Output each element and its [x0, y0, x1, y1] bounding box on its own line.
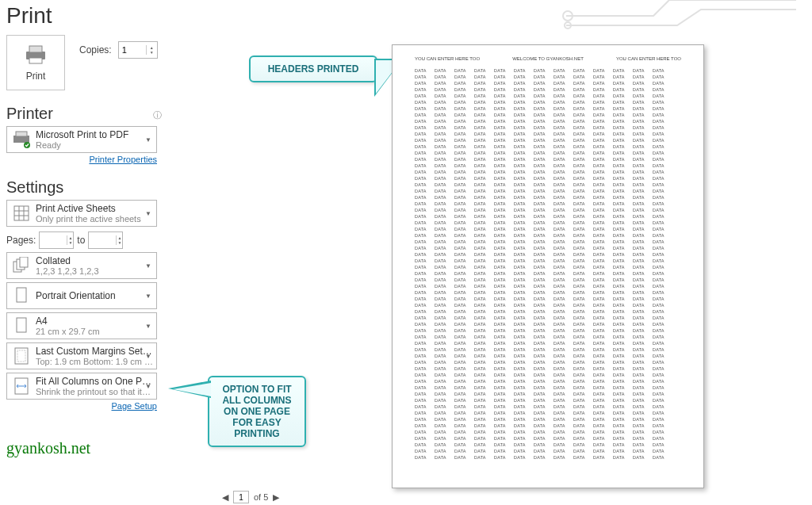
- copies-stepper[interactable]: ▲▼: [118, 41, 158, 59]
- spinner-arrows-icon[interactable]: ▲▼: [146, 45, 157, 55]
- printer-glyph-icon: [24, 44, 48, 67]
- chevron-down-icon: ▼: [145, 262, 151, 270]
- page-navigator: ◀ of 5 ▶: [222, 491, 279, 503]
- print-button[interactable]: Print: [6, 35, 65, 90]
- page-setup-link[interactable]: Page Setup: [6, 401, 157, 411]
- printer-info-icon[interactable]: ⓘ: [153, 109, 162, 121]
- paper-sub: 21 cm x 29.7 cm: [36, 327, 100, 336]
- print-what-sub: Only print the active sheets: [36, 214, 141, 224]
- pages-label: Pages:: [6, 235, 36, 246]
- printer-ready-icon: [10, 128, 33, 151]
- collate-icon: [10, 254, 33, 277]
- svg-rect-17: [17, 318, 26, 332]
- preview-data-grid: DATADATADATADATADATADATADATADATADATADATA…: [415, 67, 681, 461]
- print-what-select[interactable]: Print Active Sheets Only print the activ…: [6, 200, 157, 227]
- spinner-arrows-icon[interactable]: ▲▼: [116, 235, 122, 245]
- page-title: Print: [6, 3, 165, 29]
- printer-select[interactable]: Microsoft Print to PDF Ready ▼: [6, 126, 157, 153]
- svg-rect-15: [20, 257, 28, 267]
- pages-from-stepper[interactable]: ▲▼: [39, 231, 74, 249]
- print-preview-page: YOU CAN ENTER HERE TOO WELCOME TO GYANKO…: [392, 44, 704, 488]
- prev-page-icon[interactable]: ◀: [222, 492, 228, 503]
- pages-to-label: to: [77, 235, 85, 246]
- svg-rect-3: [29, 46, 42, 52]
- callout-fit-tail: [168, 381, 211, 398]
- orientation-title: Portrait Orientation: [36, 290, 116, 301]
- decorative-tracks: [558, 0, 812, 40]
- spinner-arrows-icon[interactable]: ▲▼: [67, 235, 73, 245]
- margins-title: Last Custom Margins Setting: [36, 346, 153, 357]
- margins-icon: [10, 345, 33, 367]
- orientation-select[interactable]: Portrait Orientation ▼: [6, 282, 157, 309]
- svg-rect-16: [17, 288, 26, 302]
- printer-name: Microsoft Print to PDF: [36, 129, 128, 140]
- fit-columns-icon: [10, 375, 33, 397]
- printer-properties-link[interactable]: Printer Properties: [6, 155, 157, 164]
- paper-icon: [10, 315, 33, 337]
- printer-heading: Printer: [6, 105, 165, 123]
- settings-heading: Settings: [6, 178, 165, 197]
- paper-title: A4: [36, 316, 100, 327]
- of-label: of 5: [254, 492, 268, 502]
- scaling-select[interactable]: Fit All Columns on One Page Shrink the p…: [6, 373, 157, 400]
- chevron-down-icon: ▼: [145, 210, 151, 217]
- paper-size-select[interactable]: A4 21 cm x 29.7 cm ▼: [6, 312, 157, 339]
- watermark-text: gyankosh.net: [6, 439, 165, 457]
- chevron-down-icon: ▼: [145, 383, 151, 390]
- callout-fit: OPTION TO FIT ALL COLUMNS ON ONE PAGE FO…: [208, 376, 306, 447]
- pages-to-stepper[interactable]: ▲▼: [88, 231, 123, 249]
- chevron-down-icon: ▼: [145, 323, 151, 330]
- collate-select[interactable]: Collated 1,2,3 1,2,3 1,2,3 ▼: [6, 252, 157, 279]
- preview-header-center: WELCOME TO GYANKOSH.NET: [512, 56, 584, 61]
- chevron-down-icon: ▼: [145, 293, 151, 300]
- print-what-title: Print Active Sheets: [36, 203, 141, 214]
- current-page-input[interactable]: [233, 491, 249, 503]
- copies-label: Copies:: [79, 44, 112, 55]
- next-page-icon[interactable]: ▶: [273, 492, 279, 503]
- preview-header-right: YOU CAN ENTER HERE TOO: [616, 56, 681, 61]
- svg-rect-6: [16, 132, 27, 136]
- chevron-down-icon: ▼: [145, 136, 151, 143]
- pages-to-input[interactable]: [89, 235, 116, 245]
- scaling-title: Fit All Columns on One Page: [36, 376, 153, 387]
- printer-status: Ready: [36, 140, 128, 150]
- preview-header-left: YOU CAN ENTER HERE TOO: [415, 56, 480, 61]
- collate-title: Collated: [36, 255, 99, 266]
- margins-select[interactable]: Last Custom Margins Setting Top: 1.9 cm …: [6, 342, 157, 369]
- sheets-icon: [10, 202, 33, 224]
- collate-sub: 1,2,3 1,2,3 1,2,3: [36, 266, 99, 276]
- scaling-sub: Shrink the printout so that it…: [36, 387, 153, 396]
- svg-rect-4: [29, 58, 42, 63]
- portrait-icon: [10, 285, 33, 307]
- pages-from-input[interactable]: [40, 235, 67, 245]
- copies-input[interactable]: [119, 45, 146, 55]
- callout-headers: HEADERS PRINTED: [249, 55, 377, 82]
- svg-rect-8: [14, 206, 29, 220]
- margins-sub: Top: 1.9 cm Bottom: 1.9 cm L…: [36, 357, 153, 366]
- print-button-label: Print: [26, 71, 46, 82]
- chevron-down-icon: ▼: [145, 353, 151, 360]
